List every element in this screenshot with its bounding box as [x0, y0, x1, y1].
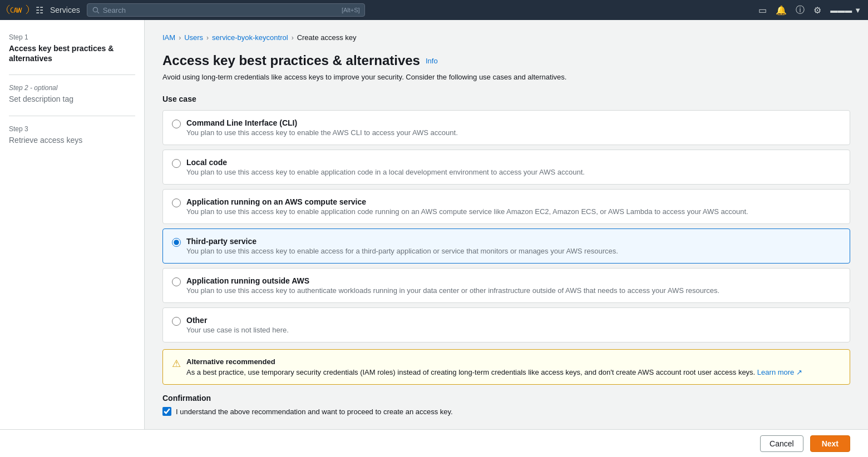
- svg-point-0: [93, 7, 97, 12]
- terminal-icon[interactable]: ▭: [758, 5, 767, 16]
- warning-box: ⚠ Alternative recommended As a best prac…: [162, 349, 850, 385]
- option-third-party-title: Third-party service: [186, 237, 618, 246]
- learn-more-link[interactable]: Learn more ↗: [757, 368, 802, 376]
- warning-text: As a best practice, use temporary securi…: [186, 368, 755, 376]
- option-cli-desc: You plan to use this access key to enabl…: [186, 128, 458, 137]
- option-outside-aws-desc: You plan to use this access key to authe…: [186, 286, 719, 295]
- breadcrumb-users[interactable]: Users: [184, 33, 203, 42]
- services-label: Services: [50, 6, 80, 14]
- page-footer: Cancel Next: [0, 429, 868, 457]
- sidebar-divider-1: [9, 74, 135, 75]
- step2-label: Step 2 - optional: [9, 84, 135, 92]
- top-navigation: ☷ Services [Alt+S] ▭ 🔔 ⓘ ⚙ ▬▬▬ ▼: [0, 0, 868, 20]
- option-cli[interactable]: Command Line Interface (CLI) You plan to…: [162, 110, 850, 145]
- sidebar: Step 1 Access key best practices & alter…: [0, 20, 145, 457]
- grid-icon[interactable]: ☷: [36, 5, 43, 16]
- confirmation-row: I understand the above recommendation an…: [162, 407, 850, 416]
- option-local-code-desc: You plan to use this access key to enabl…: [186, 168, 585, 176]
- main-content: IAM › Users › service-byok-keycontrol › …: [145, 20, 868, 457]
- radio-local-code[interactable]: [172, 159, 181, 168]
- option-third-party[interactable]: Third-party service You plan to use this…: [162, 229, 850, 264]
- option-aws-compute-content: Application running on an AWS compute se…: [186, 197, 748, 216]
- help-icon[interactable]: ⓘ: [796, 4, 805, 16]
- option-third-party-content: Third-party service You plan to use this…: [186, 237, 618, 255]
- breadcrumb-current: Create access key: [297, 33, 357, 42]
- option-local-code[interactable]: Local code You plan to use this access k…: [162, 150, 850, 185]
- step3-label: Step 3: [9, 125, 135, 133]
- step2-title: Set description tag: [9, 94, 135, 104]
- sidebar-step-2: Step 2 - optional Set description tag: [9, 84, 135, 104]
- search-bar[interactable]: [Alt+S]: [87, 3, 365, 17]
- breadcrumb: IAM › Users › service-byok-keycontrol › …: [162, 33, 850, 42]
- confirmation-text: I understand the above recommendation an…: [176, 408, 453, 416]
- user-menu[interactable]: ▬▬▬ ▼: [830, 6, 861, 14]
- warning-icon: ⚠: [172, 357, 181, 370]
- page-subtitle: Avoid using long-term credentials like a…: [162, 73, 850, 81]
- sidebar-divider-2: [9, 116, 135, 116]
- bell-icon[interactable]: 🔔: [776, 5, 787, 16]
- use-case-section: Use case Command Line Interface (CLI) Yo…: [162, 95, 850, 342]
- step1-title: Access key best practices & alternatives: [9, 43, 135, 63]
- aws-logo[interactable]: [7, 3, 29, 18]
- info-link[interactable]: Info: [426, 57, 438, 65]
- option-local-code-title: Local code: [186, 158, 585, 167]
- settings-icon[interactable]: ⚙: [813, 5, 821, 16]
- page-title: Access key best practices & alternatives: [162, 53, 420, 68]
- warning-content: Alternative recommended As a best practi…: [186, 357, 802, 376]
- page-title-row: Access key best practices & alternatives…: [162, 53, 850, 68]
- option-other-title: Other: [186, 316, 289, 325]
- step3-title: Retrieve access keys: [9, 135, 135, 145]
- breadcrumb-sep-1: ›: [179, 34, 181, 42]
- user-name: ▬▬▬: [830, 6, 852, 14]
- breadcrumb-user-link[interactable]: service-byok-keycontrol: [212, 33, 288, 42]
- option-cli-content: Command Line Interface (CLI) You plan to…: [186, 118, 458, 137]
- option-other-desc: Your use case is not listed here.: [186, 326, 289, 334]
- option-aws-compute-title: Application running on an AWS compute se…: [186, 197, 748, 206]
- breadcrumb-sep-3: ›: [292, 34, 294, 42]
- external-link-icon: ↗: [796, 368, 802, 376]
- nav-right: ▭ 🔔 ⓘ ⚙ ▬▬▬ ▼: [758, 4, 861, 16]
- warning-title: Alternative recommended: [186, 357, 802, 366]
- radio-third-party[interactable]: [172, 238, 181, 247]
- breadcrumb-iam[interactable]: IAM: [162, 33, 175, 42]
- option-other[interactable]: Other Your use case is not listed here.: [162, 307, 850, 342]
- radio-outside-aws[interactable]: [172, 277, 181, 286]
- option-other-content: Other Your use case is not listed here.: [186, 316, 289, 334]
- sidebar-step-1: Step 1 Access key best practices & alter…: [9, 33, 135, 63]
- option-outside-aws[interactable]: Application running outside AWS You plan…: [162, 268, 850, 303]
- cancel-button[interactable]: Cancel: [760, 435, 803, 452]
- option-cli-title: Command Line Interface (CLI): [186, 118, 458, 127]
- option-aws-compute-desc: You plan to use this access key to enabl…: [186, 207, 748, 216]
- option-local-code-content: Local code You plan to use this access k…: [186, 158, 585, 176]
- svg-line-1: [97, 12, 98, 13]
- search-input[interactable]: [103, 6, 342, 14]
- option-outside-aws-content: Application running outside AWS You plan…: [186, 276, 719, 295]
- radio-cli[interactable]: [172, 120, 181, 128]
- page-wrapper: Step 1 Access key best practices & alter…: [0, 20, 868, 457]
- confirmation-section: Confirmation I understand the above reco…: [162, 394, 850, 416]
- user-chevron: ▼: [854, 6, 861, 14]
- option-outside-aws-title: Application running outside AWS: [186, 276, 719, 285]
- option-aws-compute[interactable]: Application running on an AWS compute se…: [162, 189, 850, 224]
- radio-other[interactable]: [172, 317, 181, 326]
- search-shortcut: [Alt+S]: [342, 7, 360, 13]
- confirmation-checkbox[interactable]: [162, 407, 171, 416]
- radio-aws-compute[interactable]: [172, 198, 181, 207]
- step1-label: Step 1: [9, 33, 135, 41]
- confirmation-label: Confirmation: [162, 394, 850, 403]
- next-button[interactable]: Next: [810, 435, 850, 452]
- breadcrumb-sep-2: ›: [206, 34, 209, 42]
- sidebar-step-3: Step 3 Retrieve access keys: [9, 125, 135, 145]
- option-third-party-desc: You plan to use this access key to enabl…: [186, 247, 618, 255]
- use-case-label: Use case: [162, 95, 850, 103]
- services-menu[interactable]: Services: [50, 6, 80, 14]
